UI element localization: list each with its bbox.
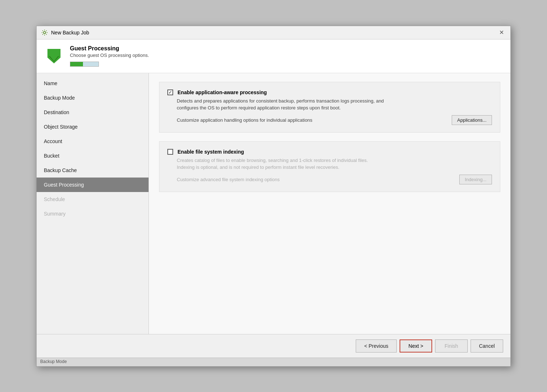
indexing-title: Enable file system indexing	[178, 149, 244, 155]
sidebar-item-object-storage[interactable]: Object Storage	[37, 120, 149, 134]
indexing-section: Enable file system indexing Creates cata…	[159, 141, 500, 192]
dialog-title: New Backup Job	[51, 30, 89, 36]
indexing-checkbox[interactable]	[167, 149, 173, 155]
sidebar-item-backup-mode[interactable]: Backup Mode	[37, 91, 149, 105]
bottom-bar: Backup Mode	[37, 358, 510, 366]
svg-point-0	[43, 32, 46, 34]
footer: < Previous Next > Finish Cancel	[37, 334, 510, 358]
indexing-header-row: Enable file system indexing	[167, 149, 492, 155]
header-subtitle: Choose guest OS processing options.	[70, 53, 149, 58]
app-aware-title: Enable application-aware processing	[178, 89, 267, 95]
progress-bar-fill	[70, 62, 83, 66]
progress-bar	[70, 62, 99, 67]
sidebar-item-summary: Summary	[37, 207, 149, 221]
body-section: Name Backup Mode Destination Object Stor…	[37, 73, 510, 334]
app-aware-customize-row: Customize application handling options f…	[177, 115, 492, 125]
cancel-button[interactable]: Cancel	[471, 339, 503, 353]
next-button[interactable]: Next >	[400, 339, 432, 353]
title-bar: New Backup Job ✕	[37, 26, 510, 39]
svg-rect-4	[52, 49, 56, 55]
previous-button[interactable]: < Previous	[356, 339, 397, 353]
indexing-description: Creates catalog of files to enable brows…	[177, 157, 492, 171]
dialog: New Backup Job ✕ Guest Processing Choose…	[36, 26, 511, 367]
header-section: Guest Processing Choose guest OS process…	[37, 39, 510, 73]
header-text-block: Guest Processing Choose guest OS process…	[70, 45, 149, 67]
app-aware-description: Detects and prepares applications for co…	[177, 97, 492, 112]
sidebar-item-backup-cache[interactable]: Backup Cache	[37, 163, 149, 178]
header-title: Guest Processing	[70, 45, 149, 52]
sidebar-item-name[interactable]: Name	[37, 76, 149, 91]
main-content: Enable application-aware processing Dete…	[149, 73, 510, 334]
indexing-button: Indexing...	[459, 175, 492, 184]
indexing-customize-text: Customize advanced file system indexing …	[177, 177, 280, 182]
applications-button[interactable]: Applications...	[452, 115, 492, 125]
indexing-customize-row: Customize advanced file system indexing …	[177, 175, 492, 184]
download-arrow-icon	[44, 45, 64, 68]
title-bar-left: New Backup Job	[41, 29, 89, 36]
bottom-bar-text: Backup Mode	[40, 359, 67, 364]
sidebar-item-account[interactable]: Account	[37, 134, 149, 149]
app-aware-checkbox[interactable]	[167, 89, 173, 95]
sidebar-item-schedule: Schedule	[37, 192, 149, 207]
settings-icon	[41, 29, 48, 36]
sidebar-item-destination[interactable]: Destination	[37, 105, 149, 120]
close-button[interactable]: ✕	[497, 29, 506, 36]
sidebar: Name Backup Mode Destination Object Stor…	[37, 73, 149, 334]
finish-button: Finish	[435, 339, 468, 353]
app-aware-section: Enable application-aware processing Dete…	[159, 82, 500, 133]
app-aware-customize-text: Customize application handling options f…	[177, 117, 312, 123]
app-aware-header-row: Enable application-aware processing	[167, 89, 492, 95]
sidebar-item-bucket[interactable]: Bucket	[37, 149, 149, 163]
sidebar-item-guest-processing[interactable]: Guest Processing	[37, 178, 149, 192]
